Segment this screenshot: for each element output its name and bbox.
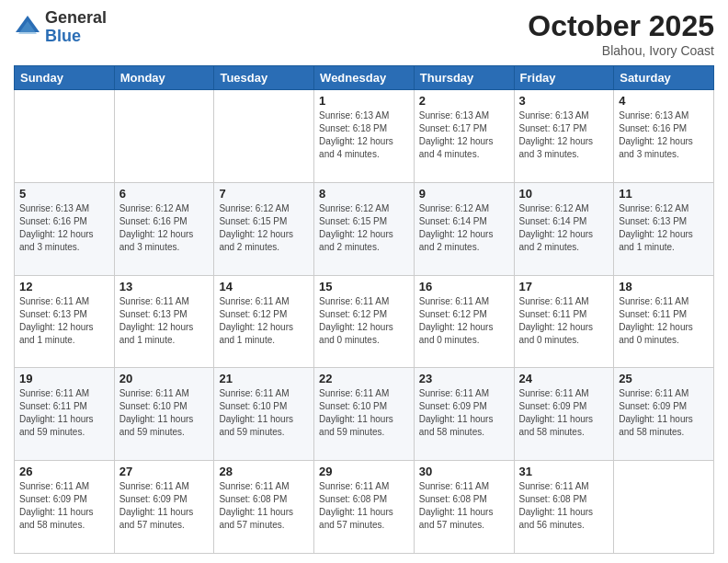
day-number: 11 [619, 187, 709, 201]
calendar-cell: 27Sunrise: 6:11 AM Sunset: 6:09 PM Dayli… [114, 461, 214, 554]
day-info: Sunrise: 6:13 AM Sunset: 6:16 PM Dayligh… [619, 109, 709, 161]
calendar-week-3: 12Sunrise: 6:11 AM Sunset: 6:13 PM Dayli… [15, 275, 714, 368]
calendar-cell: 26Sunrise: 6:11 AM Sunset: 6:09 PM Dayli… [15, 461, 115, 554]
weekday-header-row: SundayMondayTuesdayWednesdayThursdayFrid… [15, 66, 714, 90]
logo: General Blue [14, 9, 107, 46]
day-info: Sunrise: 6:11 AM Sunset: 6:11 PM Dayligh… [619, 295, 709, 347]
calendar-cell: 6Sunrise: 6:12 AM Sunset: 6:16 PM Daylig… [114, 182, 214, 275]
calendar-cell: 10Sunrise: 6:12 AM Sunset: 6:14 PM Dayli… [514, 182, 614, 275]
calendar-cell: 21Sunrise: 6:11 AM Sunset: 6:10 PM Dayli… [214, 368, 314, 461]
day-number: 22 [319, 372, 409, 385]
day-number: 17 [519, 280, 609, 293]
day-number: 29 [319, 465, 409, 478]
day-info: Sunrise: 6:11 AM Sunset: 6:12 PM Dayligh… [319, 295, 409, 347]
day-number: 2 [419, 94, 509, 108]
day-info: Sunrise: 6:11 AM Sunset: 6:09 PM Dayligh… [19, 480, 109, 532]
day-info: Sunrise: 6:11 AM Sunset: 6:13 PM Dayligh… [119, 295, 210, 347]
day-info: Sunrise: 6:11 AM Sunset: 6:09 PM Dayligh… [619, 387, 709, 439]
day-number: 8 [319, 187, 409, 201]
calendar-cell: 9Sunrise: 6:12 AM Sunset: 6:14 PM Daylig… [414, 182, 514, 275]
day-number: 4 [619, 94, 709, 108]
location: Blahou, Ivory Coast [528, 43, 714, 58]
day-info: Sunrise: 6:11 AM Sunset: 6:09 PM Dayligh… [519, 387, 609, 439]
weekday-header-friday: Friday [514, 66, 614, 90]
day-number: 26 [19, 465, 109, 478]
calendar-week-5: 26Sunrise: 6:11 AM Sunset: 6:09 PM Dayli… [15, 461, 714, 554]
calendar-cell [614, 461, 714, 554]
calendar-cell: 31Sunrise: 6:11 AM Sunset: 6:08 PM Dayli… [514, 461, 614, 554]
title-area: October 2025 Blahou, Ivory Coast [528, 9, 714, 58]
calendar-cell: 19Sunrise: 6:11 AM Sunset: 6:11 PM Dayli… [15, 368, 115, 461]
calendar-week-4: 19Sunrise: 6:11 AM Sunset: 6:11 PM Dayli… [15, 368, 714, 461]
day-number: 20 [119, 372, 210, 385]
day-number: 5 [19, 187, 109, 201]
day-number: 15 [319, 280, 409, 293]
day-number: 12 [19, 280, 109, 293]
day-info: Sunrise: 6:12 AM Sunset: 6:15 PM Dayligh… [319, 202, 409, 254]
day-info: Sunrise: 6:12 AM Sunset: 6:14 PM Dayligh… [519, 202, 609, 254]
calendar-week-1: 1Sunrise: 6:13 AM Sunset: 6:18 PM Daylig… [15, 90, 714, 183]
calendar-cell: 5Sunrise: 6:13 AM Sunset: 6:16 PM Daylig… [15, 182, 115, 275]
day-number: 25 [619, 372, 709, 385]
day-info: Sunrise: 6:11 AM Sunset: 6:12 PM Dayligh… [219, 295, 309, 347]
logo-text: General Blue [45, 9, 107, 46]
day-info: Sunrise: 6:13 AM Sunset: 6:18 PM Dayligh… [319, 109, 409, 161]
calendar-cell: 2Sunrise: 6:13 AM Sunset: 6:17 PM Daylig… [414, 90, 514, 183]
day-number: 9 [419, 187, 509, 201]
calendar-cell: 18Sunrise: 6:11 AM Sunset: 6:11 PM Dayli… [614, 275, 714, 368]
weekday-header-tuesday: Tuesday [214, 66, 314, 90]
calendar-cell: 29Sunrise: 6:11 AM Sunset: 6:08 PM Dayli… [314, 461, 415, 554]
calendar-cell [15, 90, 115, 183]
day-info: Sunrise: 6:11 AM Sunset: 6:11 PM Dayligh… [19, 387, 109, 439]
day-info: Sunrise: 6:11 AM Sunset: 6:08 PM Dayligh… [519, 480, 609, 532]
day-number: 28 [219, 465, 309, 478]
day-info: Sunrise: 6:12 AM Sunset: 6:13 PM Dayligh… [619, 202, 709, 254]
day-number: 6 [119, 187, 210, 201]
day-info: Sunrise: 6:12 AM Sunset: 6:14 PM Dayligh… [419, 202, 509, 254]
day-info: Sunrise: 6:13 AM Sunset: 6:17 PM Dayligh… [519, 109, 609, 161]
calendar-cell: 7Sunrise: 6:12 AM Sunset: 6:15 PM Daylig… [214, 182, 314, 275]
calendar-cell: 17Sunrise: 6:11 AM Sunset: 6:11 PM Dayli… [514, 275, 614, 368]
weekday-header-sunday: Sunday [15, 66, 115, 90]
logo-icon [14, 14, 41, 41]
day-number: 24 [519, 372, 609, 385]
day-info: Sunrise: 6:12 AM Sunset: 6:15 PM Dayligh… [219, 202, 309, 254]
calendar-cell: 8Sunrise: 6:12 AM Sunset: 6:15 PM Daylig… [314, 182, 415, 275]
logo-general: General [45, 9, 107, 28]
day-number: 18 [619, 280, 709, 293]
day-info: Sunrise: 6:13 AM Sunset: 6:17 PM Dayligh… [419, 109, 509, 161]
day-number: 27 [119, 465, 210, 478]
day-info: Sunrise: 6:11 AM Sunset: 6:09 PM Dayligh… [419, 387, 509, 439]
calendar-cell: 16Sunrise: 6:11 AM Sunset: 6:12 PM Dayli… [414, 275, 514, 368]
day-info: Sunrise: 6:11 AM Sunset: 6:09 PM Dayligh… [119, 480, 210, 532]
day-info: Sunrise: 6:11 AM Sunset: 6:12 PM Dayligh… [419, 295, 509, 347]
calendar-cell: 24Sunrise: 6:11 AM Sunset: 6:09 PM Dayli… [514, 368, 614, 461]
day-info: Sunrise: 6:11 AM Sunset: 6:08 PM Dayligh… [419, 480, 509, 532]
calendar-week-2: 5Sunrise: 6:13 AM Sunset: 6:16 PM Daylig… [15, 182, 714, 275]
calendar-table: SundayMondayTuesdayWednesdayThursdayFrid… [14, 65, 714, 554]
day-number: 31 [519, 465, 609, 478]
day-number: 14 [219, 280, 309, 293]
calendar-cell: 20Sunrise: 6:11 AM Sunset: 6:10 PM Dayli… [114, 368, 214, 461]
day-number: 7 [219, 187, 309, 201]
day-number: 1 [319, 94, 409, 108]
month-title: October 2025 [528, 9, 714, 43]
calendar-cell: 1Sunrise: 6:13 AM Sunset: 6:18 PM Daylig… [314, 90, 415, 183]
calendar-cell [214, 90, 314, 183]
header: General Blue October 2025 Blahou, Ivory … [14, 9, 714, 58]
calendar-cell: 14Sunrise: 6:11 AM Sunset: 6:12 PM Dayli… [214, 275, 314, 368]
day-info: Sunrise: 6:11 AM Sunset: 6:08 PM Dayligh… [219, 480, 309, 532]
day-number: 3 [519, 94, 609, 108]
calendar-body: 1Sunrise: 6:13 AM Sunset: 6:18 PM Daylig… [15, 90, 714, 554]
day-number: 10 [519, 187, 609, 201]
day-info: Sunrise: 6:13 AM Sunset: 6:16 PM Dayligh… [19, 202, 109, 254]
day-info: Sunrise: 6:11 AM Sunset: 6:11 PM Dayligh… [519, 295, 609, 347]
calendar-cell: 3Sunrise: 6:13 AM Sunset: 6:17 PM Daylig… [514, 90, 614, 183]
calendar-cell: 30Sunrise: 6:11 AM Sunset: 6:08 PM Dayli… [414, 461, 514, 554]
day-info: Sunrise: 6:11 AM Sunset: 6:08 PM Dayligh… [319, 480, 409, 532]
calendar-cell: 4Sunrise: 6:13 AM Sunset: 6:16 PM Daylig… [614, 90, 714, 183]
weekday-header-saturday: Saturday [614, 66, 714, 90]
day-number: 21 [219, 372, 309, 385]
weekday-header-wednesday: Wednesday [314, 66, 415, 90]
calendar-cell: 15Sunrise: 6:11 AM Sunset: 6:12 PM Dayli… [314, 275, 415, 368]
